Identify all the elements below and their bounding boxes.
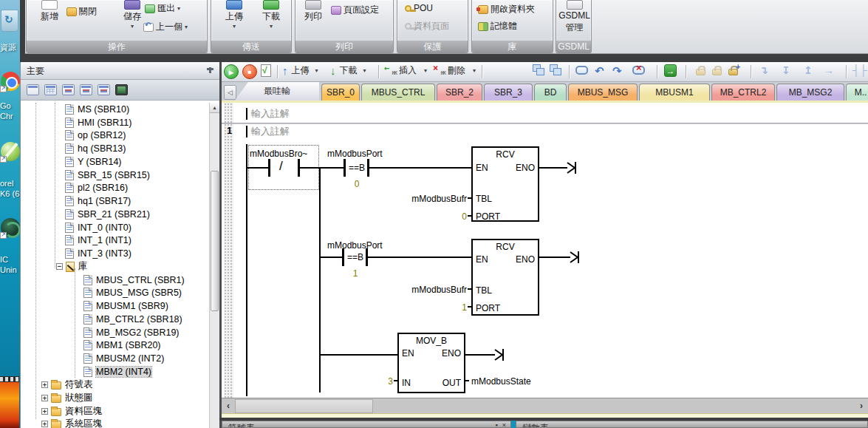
contact-operand[interactable]: mModbusBro~ (250, 149, 307, 159)
editor-tab[interactable]: MB_MSG2 (776, 84, 844, 101)
tree-item[interactable]: MBUS_MSG (SBR5) (21, 287, 209, 300)
horizontal-scrollbar[interactable]: ‹ › (222, 398, 868, 413)
panel-close-icon[interactable]: × (502, 421, 506, 428)
tree-item[interactable]: + 資料區塊 (21, 404, 209, 418)
delete-button[interactable]: ×HK 刪除 ▾ (433, 64, 476, 77)
line-down-tool[interactable]: ↴ (759, 64, 768, 76)
goto-button[interactable]: → (664, 64, 677, 77)
editor-tab[interactable]: SBR_0 (321, 84, 360, 101)
editor-tab[interactable]: MBUSM1 (639, 84, 710, 101)
tree-item[interactable]: Y (SBR14) (21, 155, 209, 169)
tree-scrollbar-thumb[interactable] (211, 171, 219, 311)
compare-value[interactable]: 0 (346, 179, 368, 189)
tree-item[interactable]: MS (SBR10) (21, 103, 209, 116)
gsdml-manage-button[interactable]: GSDML 管理 (558, 0, 590, 34)
block-operand[interactable]: mModbusBufr (378, 285, 467, 295)
line-tee-down-tool[interactable]: ↧ (782, 64, 790, 76)
tree-expander[interactable]: + (41, 408, 48, 415)
compile-button[interactable]: √ (261, 64, 271, 77)
compare-value[interactable]: 1 (344, 268, 366, 279)
line-tee-up-tool[interactable]: ↥ (804, 64, 813, 76)
lock-button[interactable] (696, 64, 705, 75)
nc-contact-slash[interactable]: / (279, 159, 283, 174)
ic-app-icon[interactable] (1, 218, 20, 237)
editor-tab[interactable]: MB_CTRL2 (711, 84, 775, 101)
line-right-tool[interactable]: → (824, 64, 834, 76)
hscrollbar-thumb[interactable] (235, 399, 373, 413)
pin-icon[interactable] (206, 67, 213, 75)
ribbon-upload-button[interactable]: 上傳 ▾ (217, 0, 251, 30)
chrome-icon[interactable] (1, 72, 20, 91)
previous-button[interactable]: 上一個 ▾ (143, 21, 188, 33)
tree-item[interactable]: hq1 (SBR17) (21, 194, 209, 208)
run-button[interactable]: ▶ (224, 64, 239, 79)
tree-item[interactable]: INT_0 (INT0) (21, 221, 209, 234)
export-button[interactable]: 匯出 ▾ (145, 2, 180, 15)
tree-item[interactable]: HMI (SBR11) (21, 116, 209, 129)
stop-button[interactable]: ■ (242, 64, 257, 79)
compare-contact-type[interactable]: ==B (346, 163, 368, 173)
tree-expander[interactable]: + (41, 421, 48, 427)
tree-item[interactable]: MBUSM2 (INT2) (21, 352, 209, 365)
program-comment[interactable]: 輸入註解 (251, 107, 290, 120)
tree-item[interactable]: op (SBR12) (21, 129, 209, 143)
close-button[interactable]: 關閉 (66, 5, 97, 18)
editor-tab[interactable]: BD (534, 84, 567, 101)
contact-operand[interactable]: mModbusPort (327, 240, 383, 251)
network-comment[interactable]: 輸入註解 (251, 125, 290, 138)
symbol-table-icon[interactable] (44, 84, 57, 95)
tab-scroll-left-button[interactable]: ◁ (224, 85, 236, 100)
media-file-icon[interactable] (0, 376, 19, 428)
editor-tab[interactable]: SBR_2 (437, 84, 482, 101)
block-operand[interactable]: mModbusBufr (378, 194, 467, 204)
ribbon-download-button[interactable]: 下載 ▾ (254, 0, 288, 30)
pou-protect-button[interactable]: POU (405, 3, 433, 13)
editor-tab[interactable]: 最哇輸 (235, 82, 319, 101)
block-operand[interactable]: mModbusState (471, 376, 531, 387)
scroll-left-icon[interactable]: ‹ (222, 398, 235, 414)
tree-item[interactable]: hq (SBR13) (21, 142, 209, 155)
block-operand[interactable]: 1 (378, 302, 467, 313)
tree-expander[interactable]: − (56, 263, 63, 270)
ladder-editor[interactable]: 輸入註解 1 輸入註解 mModbusBro~ / mModbusPort ==… (222, 103, 868, 398)
tree-item[interactable]: + 系統區塊 (21, 418, 209, 428)
delete-box-button[interactable] (632, 64, 645, 75)
tree-item[interactable]: + 狀態圖 (21, 392, 209, 405)
communications-icon[interactable] (115, 84, 128, 95)
insert-button[interactable]: ←HK 插入 ▾ (384, 64, 427, 77)
tree-item[interactable]: INT_1 (INT1) (21, 234, 209, 248)
compare-contact-type[interactable]: ==B (344, 252, 366, 262)
rcv-block[interactable]: RCV EN ENO TBL PORT (471, 146, 539, 222)
editor-tab[interactable]: M.. (846, 84, 868, 101)
tree-item[interactable]: SBR_21 (SBR21) (21, 208, 209, 221)
box-tool-button[interactable] (575, 64, 588, 75)
project-compare-2-button[interactable] (550, 64, 561, 75)
tree-item[interactable]: MBUS_CTRL (SBR1) (21, 274, 209, 287)
data-block-icon[interactable] (80, 84, 92, 95)
undo-button[interactable]: ↶ (595, 64, 604, 78)
tree-expander[interactable]: + (41, 381, 48, 388)
tree-item[interactable]: − 庫 (21, 260, 209, 274)
tree-item[interactable]: SBR_15 (SBR15) (21, 169, 209, 182)
scroll-right-icon[interactable]: › (855, 398, 868, 414)
download-button[interactable]: ↓ 下載 ▾ (330, 64, 366, 77)
editor-tab[interactable]: SBR_3 (484, 84, 533, 101)
recycle-bin-icon[interactable] (1, 10, 18, 32)
new-button[interactable]: 新增 (31, 0, 68, 23)
contact-operand[interactable]: mModbusPort (327, 149, 383, 159)
tree-item[interactable]: MB_MSG2 (SBR19) (21, 326, 209, 339)
editor-tab[interactable]: MBUS_MSG (568, 84, 638, 101)
tree-item[interactable]: + 符號表 (21, 378, 209, 392)
editor-tab[interactable]: MBUS_CTRL (361, 84, 435, 101)
data-page-protect-button[interactable]: 資料頁面 (405, 20, 449, 33)
redo-button[interactable]: ↷ (612, 64, 622, 78)
mov-block[interactable]: MOV_B EN ENO IN OUT (397, 333, 465, 393)
page-setup-button[interactable]: 頁面設定 (331, 4, 379, 16)
tree-scrollbar[interactable]: ▴ (209, 103, 219, 428)
tree-item[interactable]: MBUSM1 (SBR9) (21, 299, 209, 313)
tree-item[interactable]: INT_3 (INT3) (21, 247, 209, 260)
pou-view-icon[interactable] (27, 84, 39, 95)
status-chart-icon[interactable] (62, 84, 75, 95)
tree-item[interactable]: MB_CTRL2 (SBR18) (21, 313, 209, 326)
open-folder-button[interactable]: 開啟資料夾 (478, 3, 535, 16)
